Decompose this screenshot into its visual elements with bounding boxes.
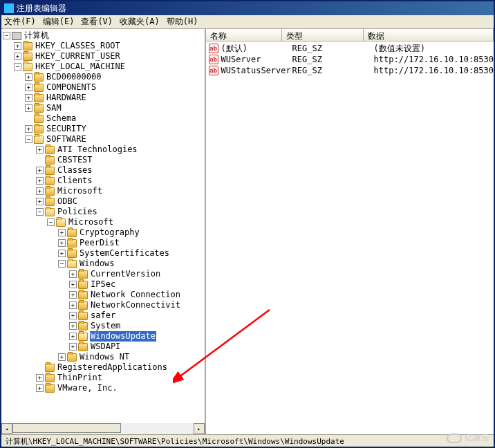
tree-odbc[interactable]: +ODBC: [3, 196, 205, 207]
status-bar: 计算机\HKEY_LOCAL_MACHINE\SOFTWARE\Policies…: [1, 434, 494, 447]
column-name[interactable]: 名称: [206, 29, 282, 41]
tree-windowsupdate[interactable]: +WindowsUpdate: [3, 331, 205, 342]
folder-icon: [34, 104, 44, 113]
folder-icon: [67, 239, 77, 248]
folder-icon: [34, 115, 44, 123]
titlebar[interactable]: 注册表编辑器: [1, 1, 494, 15]
watermark: 亿速云: [447, 432, 489, 444]
tree-hardware[interactable]: +HARDWARE: [3, 93, 205, 103]
folder-icon: [45, 374, 55, 382]
tree-bcd[interactable]: +BCD00000000: [3, 72, 205, 82]
tree-thinprint[interactable]: +ThinPrint: [3, 373, 205, 383]
scroll-right-button[interactable]: ▸: [194, 423, 205, 434]
folder-icon: [78, 343, 88, 351]
folder-icon: [34, 94, 44, 102]
tree-policies-microsoft[interactable]: −Microsoft: [3, 217, 205, 227]
tree-registeredapplications[interactable]: RegisteredApplications: [3, 362, 205, 373]
string-value-icon: ab: [209, 66, 218, 75]
tree-policies[interactable]: −Policies: [3, 207, 205, 217]
tree-pane[interactable]: −计算机 +HKEY_CLASSES_ROOT +HKEY_CURRENT_US…: [1, 29, 206, 434]
tree-hkcr[interactable]: +HKEY_CLASSES_ROOT: [3, 41, 205, 51]
tree-cbstest[interactable]: CBSTEST: [3, 155, 205, 165]
tree-clients[interactable]: +Clients: [3, 176, 205, 186]
tree-currentversion[interactable]: +CurrentVersion: [3, 269, 205, 279]
tree-security[interactable]: +SECURITY: [3, 124, 205, 134]
folder-open-icon: [78, 333, 88, 341]
tree-networkconnectivity[interactable]: +NetworkConnectivit: [3, 300, 205, 310]
folder-open-icon: [67, 260, 77, 268]
split-pane: −计算机 +HKEY_CLASSES_ROOT +HKEY_CURRENT_US…: [1, 29, 494, 434]
string-value-icon: ab: [209, 44, 218, 53]
folder-icon: [67, 229, 77, 237]
tree-software[interactable]: −SOFTWARE: [3, 134, 205, 144]
expand-icon[interactable]: +: [14, 53, 21, 60]
folder-icon: [23, 42, 32, 50]
folder-icon: [78, 312, 88, 320]
scroll-left-button[interactable]: ◂: [1, 423, 12, 434]
cloud-icon: [447, 433, 462, 443]
folder-open-icon: [45, 208, 55, 216]
tree-root[interactable]: −计算机: [3, 30, 205, 41]
menu-help[interactable]: 帮助(H): [167, 16, 198, 28]
folder-open-icon: [56, 218, 66, 227]
folder-icon: [45, 384, 55, 393]
list-header: 名称 类型 数据: [206, 29, 494, 41]
tree-ati[interactable]: +ATI Technologies: [3, 144, 205, 155]
tree-components[interactable]: +COMPONENTS: [3, 82, 205, 93]
tree-networkconnection[interactable]: +Network Connection: [3, 290, 205, 300]
tree-wsdapi[interactable]: +WSDAPI: [3, 342, 205, 352]
app-icon: [4, 3, 14, 13]
menu-file[interactable]: 文件(F): [4, 16, 36, 28]
tree-schema[interactable]: Schema: [3, 113, 205, 124]
folder-icon: [67, 353, 77, 362]
tree-microsoft[interactable]: +Microsoft: [3, 186, 205, 196]
tree-vmware[interactable]: +VMware, Inc.: [3, 383, 205, 393]
collapse-icon[interactable]: −: [3, 32, 10, 39]
column-data[interactable]: 数据: [364, 29, 494, 41]
folder-open-icon: [23, 63, 32, 71]
folder-icon: [78, 301, 88, 310]
folder-icon: [78, 322, 88, 330]
menu-edit[interactable]: 编辑(E): [43, 16, 75, 28]
tree-ipsec[interactable]: +IPSec: [3, 279, 205, 290]
string-value-icon: ab: [209, 55, 218, 64]
tree-windowsnt[interactable]: +Windows NT: [3, 352, 205, 362]
folder-icon: [78, 291, 88, 299]
folder-icon: [67, 250, 77, 258]
column-type[interactable]: 类型: [282, 29, 364, 41]
list-pane: 名称 类型 数据 ab (默认) REG_SZ (数值未设置) ab WUSer…: [206, 29, 494, 434]
menu-view[interactable]: 查看(V): [81, 16, 113, 28]
folder-icon: [78, 281, 88, 289]
menu-favorites[interactable]: 收藏夹(A): [120, 16, 160, 28]
tree-sam[interactable]: +SAM: [3, 103, 205, 113]
tree-systemcertificates[interactable]: +SystemCertificates: [3, 248, 205, 259]
folder-icon: [45, 187, 55, 196]
folder-icon: [34, 73, 44, 82]
menubar: 文件(F) 编辑(E) 查看(V) 收藏夹(A) 帮助(H): [1, 15, 494, 29]
list-row[interactable]: ab (默认) REG_SZ (数值未设置): [206, 43, 494, 54]
folder-icon: [45, 177, 55, 185]
list-row[interactable]: ab WUStatusServer REG_SZ http://172.16.1…: [206, 65, 494, 76]
scroll-thumb[interactable]: [12, 423, 121, 433]
tree-cryptography[interactable]: +Cryptography: [3, 227, 205, 238]
folder-icon: [78, 270, 88, 279]
tree-classes[interactable]: +Classes: [3, 165, 205, 176]
tree-peerdist[interactable]: +PeerDist: [3, 238, 205, 248]
tree-system[interactable]: +System: [3, 321, 205, 331]
folder-icon: [34, 84, 44, 92]
tree-hkcu[interactable]: +HKEY_CURRENT_USER: [3, 51, 205, 62]
expand-icon[interactable]: +: [14, 42, 21, 50]
folder-icon: [23, 53, 32, 61]
tree-horizontal-scrollbar[interactable]: ◂ ▸: [1, 423, 205, 434]
tree-safer[interactable]: +safer: [3, 310, 205, 321]
folder-icon: [45, 364, 55, 372]
folder-icon: [45, 156, 55, 165]
tree-windows[interactable]: −Windows: [3, 259, 205, 269]
collapse-icon[interactable]: −: [14, 63, 21, 71]
list-body[interactable]: ab (默认) REG_SZ (数值未设置) ab WUServer REG_S…: [206, 41, 494, 434]
list-row[interactable]: ab WUServer REG_SZ http://172.16.10.10:8…: [206, 54, 494, 65]
folder-icon: [45, 146, 55, 154]
folder-icon: [45, 198, 55, 206]
registry-editor-window: 注册表编辑器 文件(F) 编辑(E) 查看(V) 收藏夹(A) 帮助(H) −计…: [0, 0, 495, 448]
tree-hklm[interactable]: −HKEY_LOCAL_MACHINE: [3, 62, 205, 72]
